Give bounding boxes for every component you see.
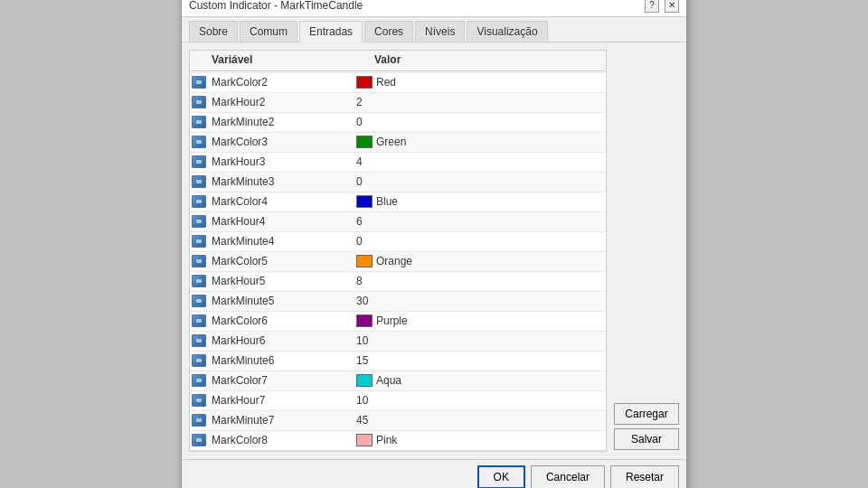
row-variable-name: MarkColor3	[208, 134, 353, 150]
row-icon	[190, 155, 208, 169]
parameter-icon	[192, 295, 206, 307]
row-variable-name: MarkColor5	[208, 253, 353, 269]
parameter-icon	[192, 314, 206, 327]
tab-cores[interactable]: Cores	[364, 21, 413, 42]
row-icon	[190, 393, 208, 408]
row-icon	[190, 413, 208, 427]
row-variable-name: MarkMinute3	[208, 174, 353, 190]
header-variable: Variável	[212, 53, 374, 68]
row-value[interactable]: Green	[353, 134, 606, 150]
table-row[interactable]: MarkColor8Pink	[190, 431, 606, 451]
tab-níveis[interactable]: Níveis	[415, 21, 465, 42]
parameter-icon	[192, 235, 206, 248]
tab-sobre[interactable]: Sobre	[189, 21, 238, 42]
title-controls: ? ✕	[645, 0, 679, 13]
row-icon	[190, 95, 208, 109]
table-header: Variável Valor	[190, 51, 606, 71]
row-icon	[190, 294, 208, 308]
row-variable-name: MarkMinute2	[208, 114, 353, 130]
row-variable-name: MarkMinute6	[208, 352, 353, 369]
parameter-icon	[192, 334, 206, 347]
header-icon-spacer	[193, 53, 212, 68]
parameter-icon	[192, 374, 206, 387]
row-variable-name: MarkColor2	[208, 74, 353, 90]
color-swatch	[356, 195, 373, 208]
value-text: Red	[376, 76, 396, 89]
table-row[interactable]: MarkHour34	[190, 153, 606, 173]
cancel-button[interactable]: Cancelar	[531, 465, 605, 489]
tab-entradas[interactable]: Entradas	[299, 21, 363, 42]
row-variable-name: MarkMinute7	[208, 412, 353, 428]
table-row[interactable]: MarkMinute745	[190, 411, 606, 431]
value-text: 0	[356, 235, 363, 248]
color-swatch	[356, 255, 373, 267]
row-icon	[190, 75, 208, 89]
main-window: Custom Indicator - MarkTimeCandle ? ✕ So…	[181, 0, 687, 488]
ok-button[interactable]: OK	[477, 465, 525, 489]
table-row[interactable]: MarkColor3Green	[190, 133, 606, 153]
table-row[interactable]: MarkMinute615	[190, 352, 606, 371]
table-row[interactable]: MarkColor6Purple	[190, 312, 606, 332]
close-button[interactable]: ✕	[665, 0, 679, 13]
value-text: 15	[356, 354, 368, 367]
window-title: Custom Indicator - MarkTimeCandle	[189, 0, 363, 12]
table-row[interactable]: MarkColor7Aqua	[190, 371, 606, 391]
table-row[interactable]: MarkHour610	[190, 332, 606, 352]
value-text: Purple	[376, 314, 408, 327]
row-variable-name: MarkHour2	[208, 94, 353, 110]
table-row[interactable]: MarkHour22	[190, 93, 606, 113]
row-variable-name: MarkColor4	[208, 193, 353, 210]
tab-comum[interactable]: Comum	[240, 21, 297, 42]
reset-button[interactable]: Resetar	[610, 465, 679, 489]
parameter-icon	[192, 116, 206, 128]
row-value[interactable]: Orange	[353, 253, 606, 269]
row-value[interactable]: Aqua	[353, 372, 606, 389]
row-value[interactable]: Blue	[353, 193, 606, 210]
table-row[interactable]: MarkColor2Red	[190, 73, 606, 93]
table-row[interactable]: MarkMinute20	[190, 113, 606, 133]
title-bar: Custom Indicator - MarkTimeCandle ? ✕	[182, 0, 686, 17]
parameter-table: Variável Valor MarkColor1YellowMarkHour1…	[189, 50, 607, 452]
table-row[interactable]: MarkMinute40	[190, 232, 606, 252]
color-swatch	[356, 374, 373, 387]
table-row[interactable]: MarkColor4Blue	[190, 192, 606, 212]
row-icon	[190, 274, 208, 288]
value-text: 45	[356, 414, 368, 427]
row-variable-name: MarkHour4	[208, 213, 353, 230]
row-value: 0	[353, 174, 606, 190]
row-value[interactable]: Red	[353, 74, 606, 90]
value-text: 8	[356, 275, 363, 287]
row-variable-name: MarkMinute4	[208, 233, 353, 249]
row-icon	[190, 135, 208, 149]
table-row[interactable]: MarkMinute530	[190, 292, 606, 312]
parameter-icon	[192, 255, 206, 267]
row-icon	[190, 433, 208, 447]
value-text: Orange	[376, 255, 412, 267]
row-variable-name: MarkMinute5	[208, 293, 353, 309]
row-value: 4	[353, 154, 606, 170]
tab-visualização[interactable]: Visualização	[467, 21, 547, 42]
table-row[interactable]: MarkHour58	[190, 272, 606, 292]
row-value: 6	[353, 213, 606, 230]
value-text: Green	[376, 136, 406, 148]
table-row[interactable]: MarkColor5Orange	[190, 252, 606, 272]
tab-bar: SobreComumEntradasCoresNíveisVisualizaçã…	[182, 17, 686, 42]
row-value[interactable]: Purple	[353, 313, 606, 329]
table-row[interactable]: MarkHour710	[190, 391, 606, 411]
row-icon	[190, 254, 208, 268]
row-value: 8	[353, 273, 606, 289]
table-row[interactable]: MarkHour46	[190, 212, 606, 232]
color-swatch	[356, 314, 373, 327]
save-button[interactable]: Salvar	[614, 428, 679, 450]
help-button[interactable]: ?	[645, 0, 659, 13]
value-text: 0	[356, 116, 363, 128]
row-value: 10	[353, 333, 606, 349]
row-icon	[190, 234, 208, 249]
load-button[interactable]: Carregar	[614, 403, 679, 425]
value-text: 0	[356, 175, 363, 188]
row-value[interactable]: Pink	[353, 432, 606, 448]
row-variable-name: MarkHour3	[208, 154, 353, 170]
table-row[interactable]: MarkMinute30	[190, 173, 606, 192]
table-body[interactable]: MarkColor1YellowMarkHour10MarkMinute10Ma…	[190, 71, 606, 451]
row-value: 10	[353, 392, 606, 408]
